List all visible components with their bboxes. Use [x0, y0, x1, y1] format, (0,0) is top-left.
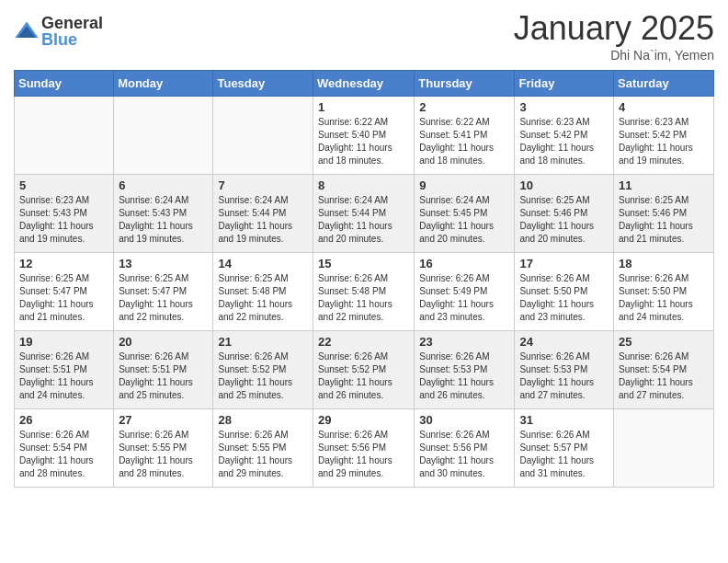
day-number: 13	[119, 257, 208, 270]
weekday-header-row: SundayMondayTuesdayWednesdayThursdayFrid…	[15, 71, 714, 97]
day-info: Sunrise: 6:22 AMSunset: 5:40 PMDaylight:…	[318, 116, 409, 167]
day-number: 8	[318, 178, 409, 192]
calendar-day-cell: 4Sunrise: 6:23 AMSunset: 5:42 PMDaylight…	[614, 97, 714, 175]
calendar-day-cell: 12Sunrise: 6:25 AMSunset: 5:47 PMDayligh…	[15, 253, 114, 331]
calendar-day-cell: 17Sunrise: 6:26 AMSunset: 5:50 PMDayligh…	[515, 253, 614, 331]
day-number: 9	[419, 178, 509, 192]
day-number: 6	[119, 178, 208, 192]
calendar-day-cell: 24Sunrise: 6:26 AMSunset: 5:53 PMDayligh…	[515, 331, 614, 409]
calendar-day-cell: 1Sunrise: 6:22 AMSunset: 5:40 PMDaylight…	[313, 97, 415, 175]
weekday-header-cell: Wednesday	[313, 71, 415, 97]
day-number: 30	[419, 413, 509, 427]
calendar-day-cell: 30Sunrise: 6:26 AMSunset: 5:56 PMDayligh…	[415, 409, 515, 488]
day-info: Sunrise: 6:24 AMSunset: 5:44 PMDaylight:…	[318, 194, 409, 246]
weekday-header-cell: Thursday	[415, 71, 515, 97]
calendar-day-cell	[114, 97, 213, 175]
calendar-day-cell: 23Sunrise: 6:26 AMSunset: 5:53 PMDayligh…	[415, 331, 515, 409]
calendar-week-row: 19Sunrise: 6:26 AMSunset: 5:51 PMDayligh…	[15, 331, 714, 409]
day-info: Sunrise: 6:26 AMSunset: 5:50 PMDaylight:…	[619, 272, 709, 324]
calendar-day-cell	[614, 409, 714, 488]
day-number: 14	[218, 257, 308, 270]
calendar-day-cell: 14Sunrise: 6:25 AMSunset: 5:48 PMDayligh…	[213, 253, 313, 331]
day-info: Sunrise: 6:26 AMSunset: 5:52 PMDaylight:…	[218, 350, 308, 402]
day-info: Sunrise: 6:25 AMSunset: 5:46 PMDaylight:…	[519, 194, 609, 246]
logo-blue-text: Blue	[41, 31, 103, 48]
weekday-header-cell: Sunday	[15, 71, 114, 97]
day-number: 29	[318, 413, 409, 427]
day-number: 20	[119, 335, 208, 349]
day-number: 24	[519, 335, 609, 349]
day-info: Sunrise: 6:24 AMSunset: 5:44 PMDaylight:…	[218, 194, 308, 246]
day-number: 31	[519, 413, 609, 427]
day-number: 15	[318, 257, 409, 270]
day-info: Sunrise: 6:26 AMSunset: 5:53 PMDaylight:…	[519, 350, 609, 402]
day-number: 5	[19, 178, 108, 192]
calendar-day-cell: 10Sunrise: 6:25 AMSunset: 5:46 PMDayligh…	[515, 175, 614, 253]
day-info: Sunrise: 6:26 AMSunset: 5:56 PMDaylight:…	[419, 429, 509, 480]
calendar-table: SundayMondayTuesdayWednesdayThursdayFrid…	[14, 70, 714, 488]
day-number: 23	[419, 335, 509, 349]
day-info: Sunrise: 6:26 AMSunset: 5:51 PMDaylight:…	[19, 350, 108, 402]
calendar-day-cell: 7Sunrise: 6:24 AMSunset: 5:44 PMDaylight…	[213, 175, 313, 253]
day-info: Sunrise: 6:26 AMSunset: 5:57 PMDaylight:…	[519, 429, 609, 480]
location-subtitle: Dhi Na`im, Yemen	[514, 48, 714, 63]
day-number: 28	[218, 413, 308, 427]
day-info: Sunrise: 6:26 AMSunset: 5:53 PMDaylight:…	[419, 350, 509, 402]
month-title: January 2025	[514, 9, 714, 48]
calendar-day-cell: 26Sunrise: 6:26 AMSunset: 5:54 PMDayligh…	[15, 409, 114, 488]
day-info: Sunrise: 6:25 AMSunset: 5:48 PMDaylight:…	[218, 272, 308, 324]
day-info: Sunrise: 6:26 AMSunset: 5:52 PMDaylight:…	[318, 350, 409, 402]
calendar-day-cell	[213, 97, 313, 175]
calendar-body: 1Sunrise: 6:22 AMSunset: 5:40 PMDaylight…	[15, 97, 714, 488]
calendar-day-cell: 9Sunrise: 6:24 AMSunset: 5:45 PMDaylight…	[415, 175, 515, 253]
weekday-header-cell: Monday	[114, 71, 213, 97]
weekday-header-cell: Friday	[515, 71, 614, 97]
day-number: 25	[619, 335, 709, 349]
day-number: 4	[619, 100, 709, 114]
day-number: 18	[619, 257, 709, 270]
calendar-day-cell: 29Sunrise: 6:26 AMSunset: 5:56 PMDayligh…	[313, 409, 415, 488]
title-block: January 2025 Dhi Na`im, Yemen	[514, 9, 714, 63]
calendar-day-cell: 2Sunrise: 6:22 AMSunset: 5:41 PMDaylight…	[415, 97, 515, 175]
day-number: 11	[619, 178, 709, 192]
calendar-day-cell: 13Sunrise: 6:25 AMSunset: 5:47 PMDayligh…	[114, 253, 213, 331]
day-number: 16	[419, 257, 509, 270]
calendar-day-cell: 18Sunrise: 6:26 AMSunset: 5:50 PMDayligh…	[614, 253, 714, 331]
logo: General Blue	[14, 15, 103, 48]
weekday-header-cell: Tuesday	[213, 71, 313, 97]
day-number: 22	[318, 335, 409, 349]
day-info: Sunrise: 6:23 AMSunset: 5:43 PMDaylight:…	[19, 194, 108, 246]
calendar-day-cell: 31Sunrise: 6:26 AMSunset: 5:57 PMDayligh…	[515, 409, 614, 488]
calendar-day-cell: 25Sunrise: 6:26 AMSunset: 5:54 PMDayligh…	[614, 331, 714, 409]
day-info: Sunrise: 6:26 AMSunset: 5:49 PMDaylight:…	[419, 272, 509, 324]
weekday-header-cell: Saturday	[614, 71, 714, 97]
day-number: 2	[419, 100, 509, 114]
day-info: Sunrise: 6:26 AMSunset: 5:51 PMDaylight:…	[119, 350, 208, 402]
day-info: Sunrise: 6:26 AMSunset: 5:54 PMDaylight:…	[19, 429, 108, 480]
calendar-day-cell: 5Sunrise: 6:23 AMSunset: 5:43 PMDaylight…	[15, 175, 114, 253]
day-info: Sunrise: 6:23 AMSunset: 5:42 PMDaylight:…	[619, 116, 709, 167]
calendar-week-row: 1Sunrise: 6:22 AMSunset: 5:40 PMDaylight…	[15, 97, 714, 175]
day-number: 17	[519, 257, 609, 270]
calendar-day-cell	[15, 97, 114, 175]
day-info: Sunrise: 6:24 AMSunset: 5:43 PMDaylight:…	[119, 194, 208, 246]
day-info: Sunrise: 6:25 AMSunset: 5:46 PMDaylight:…	[619, 194, 709, 246]
day-info: Sunrise: 6:26 AMSunset: 5:50 PMDaylight:…	[519, 272, 609, 324]
day-number: 21	[218, 335, 308, 349]
calendar-day-cell: 3Sunrise: 6:23 AMSunset: 5:42 PMDaylight…	[515, 97, 614, 175]
day-info: Sunrise: 6:26 AMSunset: 5:56 PMDaylight:…	[318, 429, 409, 480]
day-info: Sunrise: 6:25 AMSunset: 5:47 PMDaylight:…	[19, 272, 108, 324]
logo-icon	[14, 18, 40, 44]
day-number: 12	[19, 257, 108, 270]
calendar-day-cell: 28Sunrise: 6:26 AMSunset: 5:55 PMDayligh…	[213, 409, 313, 488]
day-info: Sunrise: 6:26 AMSunset: 5:54 PMDaylight:…	[619, 350, 709, 402]
day-info: Sunrise: 6:23 AMSunset: 5:42 PMDaylight:…	[519, 116, 609, 167]
day-info: Sunrise: 6:25 AMSunset: 5:47 PMDaylight:…	[119, 272, 208, 324]
page-header: General Blue January 2025 Dhi Na`im, Yem…	[14, 9, 714, 63]
day-number: 26	[19, 413, 108, 427]
day-info: Sunrise: 6:22 AMSunset: 5:41 PMDaylight:…	[419, 116, 509, 167]
calendar-day-cell: 19Sunrise: 6:26 AMSunset: 5:51 PMDayligh…	[15, 331, 114, 409]
calendar-day-cell: 27Sunrise: 6:26 AMSunset: 5:55 PMDayligh…	[114, 409, 213, 488]
logo-general-text: General	[41, 15, 103, 31]
day-info: Sunrise: 6:24 AMSunset: 5:45 PMDaylight:…	[419, 194, 509, 246]
